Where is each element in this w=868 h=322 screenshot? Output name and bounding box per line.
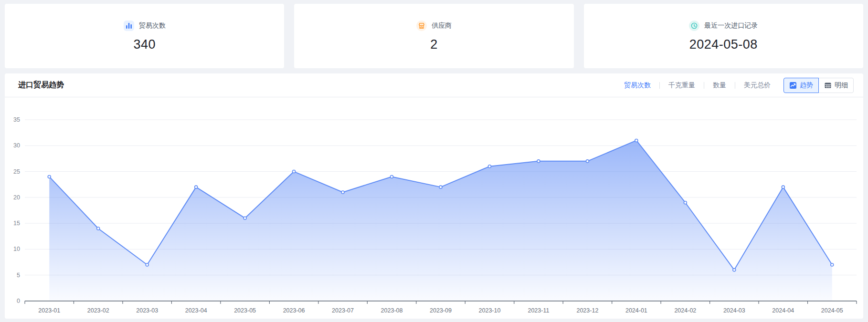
svg-text:10: 10 [13,246,20,252]
stat-card-trade-count: 贸易次数 340 [5,4,284,68]
stat-value-suppliers: 2 [430,37,438,52]
chart-header: 进口贸易趋势 贸易次数 千克重量 数量 美元总价 趋势 [5,73,863,97]
svg-text:2023-11: 2023-11 [528,307,549,314]
view-toggle-group: 趋势 明细 [783,78,854,93]
svg-text:2024-05: 2024-05 [821,307,843,314]
detail-view-button[interactable]: 明细 [818,78,854,93]
svg-text:2024-04: 2024-04 [772,307,794,314]
stat-value-trade-count: 340 [133,37,156,52]
svg-text:2024-02: 2024-02 [674,307,696,314]
svg-text:2023-05: 2023-05 [234,307,256,314]
svg-text:30: 30 [13,142,20,149]
svg-text:2023-12: 2023-12 [576,307,598,314]
chart-title: 进口贸易趋势 [18,80,64,90]
table-icon [824,82,832,89]
svg-text:5: 5 [17,272,20,279]
svg-text:2024-01: 2024-01 [625,307,647,314]
svg-text:35: 35 [13,116,20,123]
svg-text:2023-02: 2023-02 [87,307,109,314]
tab-kg-weight[interactable]: 千克重量 [668,81,695,90]
import-trend-card: 进口贸易趋势 贸易次数 千克重量 数量 美元总价 趋势 [5,73,863,319]
stat-label: 供应商 [432,21,452,30]
tab-separator [735,82,735,89]
chart-body: 051015202530352023-012023-022023-032023-… [5,98,863,319]
clock-icon [689,21,699,31]
svg-text:2023-04: 2023-04 [185,307,207,314]
stats-row: 贸易次数 340 供应商 2 最 [5,4,863,68]
svg-text:15: 15 [13,220,20,227]
svg-text:2023-07: 2023-07 [332,307,354,314]
shop-icon [416,21,427,31]
tab-trade-count[interactable]: 贸易次数 [624,81,651,90]
tab-separator [659,82,660,89]
svg-text:0: 0 [17,298,20,304]
trend-chart-icon [789,82,797,89]
svg-text:2024-03: 2024-03 [723,307,745,314]
stat-card-suppliers: 供应商 2 [294,4,573,68]
svg-text:20: 20 [13,194,20,201]
svg-text:2023-10: 2023-10 [479,307,501,314]
svg-text:2023-08: 2023-08 [381,307,403,314]
tab-quantity[interactable]: 数量 [713,81,726,90]
svg-text:2023-01: 2023-01 [38,307,60,314]
trend-view-button[interactable]: 趋势 [783,78,819,93]
import-trend-chart[interactable]: 051015202530352023-012023-022023-032023-… [5,98,863,319]
detail-view-label: 明细 [835,81,848,90]
svg-text:2023-06: 2023-06 [283,307,305,314]
tab-usd-total[interactable]: 美元总价 [744,81,771,90]
bar-chart-icon [124,21,134,31]
stat-card-last-import: 最近一次进口记录 2024-05-08 [584,4,863,68]
trend-view-label: 趋势 [800,81,813,90]
stat-value-last-import: 2024-05-08 [689,37,758,52]
stat-label: 贸易次数 [139,21,166,30]
stat-label: 最近一次进口记录 [704,21,758,30]
svg-text:25: 25 [13,168,20,175]
chart-controls: 贸易次数 千克重量 数量 美元总价 趋势 [624,78,854,93]
svg-text:2023-03: 2023-03 [136,307,158,314]
svg-text:2023-09: 2023-09 [430,307,452,314]
tab-separator [704,82,704,89]
